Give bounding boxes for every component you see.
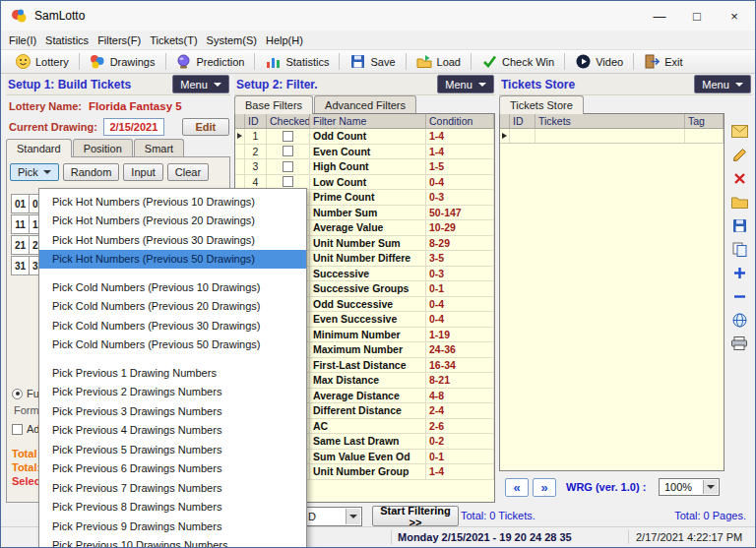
condition-cell[interactable]: 0-4: [426, 175, 494, 190]
condition-cell[interactable]: 2-4: [426, 403, 494, 418]
edit-icon[interactable]: [729, 145, 749, 164]
pick-menu-item[interactable]: Pick Cold Numbers (Previous 30 Drawings): [39, 316, 306, 335]
condition-cell[interactable]: 8-29: [426, 236, 494, 251]
tickets-store-menu-button[interactable]: Menu: [694, 75, 751, 93]
pick-menu-item[interactable]: Pick Previous 9 Drawings Numbers: [39, 517, 306, 536]
next-page-button[interactable]: »: [533, 478, 556, 497]
tab-tickets-store[interactable]: Tickets Store: [499, 95, 584, 114]
add-checkbox[interactable]: [12, 424, 23, 435]
condition-cell[interactable]: 16-34: [426, 358, 494, 373]
condition-cell[interactable]: 8-21: [426, 373, 494, 388]
menubar-item[interactable]: Tickets(T): [150, 32, 206, 48]
tab-position[interactable]: Position: [73, 139, 133, 156]
pick-menu-item[interactable]: Pick Hot Numbers (Previous 30 Drawings): [39, 230, 306, 250]
number-cell[interactable]: 01: [11, 194, 30, 213]
web-icon[interactable]: [729, 310, 749, 330]
input-button[interactable]: Input: [123, 163, 162, 181]
condition-cell[interactable]: 4-8: [426, 389, 494, 403]
menubar-item[interactable]: Statistics: [45, 32, 97, 48]
pick-menu-item[interactable]: Pick Cold Numbers (Previous 10 Drawings): [39, 277, 306, 297]
tab-base-filters[interactable]: Base Filters: [234, 95, 313, 114]
maximize-button[interactable]: □: [678, 1, 716, 30]
setup2-menu-button[interactable]: Menu: [437, 75, 494, 93]
zoom-select[interactable]: 100%: [659, 478, 720, 496]
condition-cell[interactable]: 3-5: [426, 251, 494, 266]
close-button[interactable]: ×: [716, 1, 753, 30]
pick-menu-item[interactable]: Pick Previous 6 Drawings Numbers: [39, 459, 306, 479]
mail-icon[interactable]: [729, 121, 749, 141]
condition-cell[interactable]: 2-6: [426, 419, 494, 434]
delete-icon[interactable]: [729, 168, 749, 188]
table-row[interactable]: 3 High Count 1-5: [235, 159, 494, 175]
filter-checkbox[interactable]: [283, 146, 293, 156]
condition-cell[interactable]: 24-36: [426, 342, 494, 357]
pick-menu-item[interactable]: Pick Previous 3 Drawings Numbers: [39, 401, 306, 421]
condition-cell[interactable]: 1-4: [426, 464, 494, 479]
print-icon[interactable]: [729, 334, 749, 353]
condition-cell[interactable]: 0-1: [426, 281, 494, 296]
pick-menu-item[interactable]: Pick Previous 10 Drawings Numbers: [39, 536, 306, 548]
number-cell[interactable]: 11: [11, 214, 30, 234]
filter-checkbox[interactable]: [283, 176, 293, 187]
clear-button[interactable]: Clear: [167, 163, 209, 181]
setup1-menu-button[interactable]: Menu: [172, 75, 229, 93]
edit-button[interactable]: Edit: [182, 118, 229, 136]
drawings-button[interactable]: Drawings: [82, 51, 163, 72]
menubar-item[interactable]: File(I): [9, 32, 45, 48]
save-button[interactable]: Save: [342, 51, 403, 72]
pick-menu-item[interactable]: Pick Hot Numbers (Previous 10 Drawings): [39, 192, 306, 212]
condition-cell[interactable]: 10-29: [426, 220, 494, 235]
condition-cell[interactable]: 1-4: [426, 145, 494, 159]
pick-menu-item[interactable]: Pick Previous 1 Drawing Numbers: [39, 363, 306, 383]
prev-page-button[interactable]: «: [505, 478, 529, 497]
prediction-button[interactable]: Prediction: [168, 51, 253, 72]
check-win-button[interactable]: Check Win: [473, 51, 562, 72]
table-row[interactable]: 1 Odd Count 1-4: [235, 129, 494, 145]
video-button[interactable]: Video: [567, 51, 631, 72]
open-folder-icon[interactable]: [729, 192, 749, 212]
chevron-down-icon[interactable]: [703, 480, 718, 494]
pick-button[interactable]: Pick: [10, 163, 59, 181]
tickets-empty-row[interactable]: [500, 129, 724, 144]
condition-cell[interactable]: 0-4: [426, 312, 494, 327]
chevron-down-icon[interactable]: [346, 509, 360, 524]
pick-menu-item[interactable]: Pick Previous 2 Drawings Numbers: [39, 383, 306, 402]
lottery-button[interactable]: Lottery: [7, 51, 77, 72]
condition-cell[interactable]: 1-19: [426, 328, 494, 342]
save-icon[interactable]: [729, 215, 749, 235]
filter-checkbox[interactable]: [283, 131, 293, 142]
pick-menu-item[interactable]: Pick Previous 4 Drawings Numbers: [39, 421, 306, 441]
pick-menu-item[interactable]: Pick Hot Numbers (Previous 20 Drawings): [39, 212, 306, 231]
statistics-button[interactable]: Statistics: [257, 51, 337, 72]
table-row[interactable]: 2 Even Count 1-4: [235, 145, 494, 160]
pick-menu-item[interactable]: Pick Hot Numbers (Previous 50 Drawings): [39, 250, 306, 270]
condition-cell[interactable]: 50-147: [426, 206, 494, 220]
condition-cell[interactable]: 0-2: [426, 434, 494, 449]
minimize-button[interactable]: —: [641, 1, 678, 30]
condition-cell[interactable]: 1-4: [426, 129, 494, 144]
formula-radio[interactable]: [12, 389, 23, 399]
filter-mode-select[interactable]: D: [302, 507, 362, 526]
number-cell[interactable]: 31: [11, 256, 30, 275]
tab-smart[interactable]: Smart: [134, 139, 184, 156]
condition-cell[interactable]: 0-3: [426, 190, 494, 205]
random-button[interactable]: Random: [63, 163, 120, 181]
pick-menu-item[interactable]: Pick Previous 8 Drawings Numbers: [39, 498, 306, 518]
current-drawing-date[interactable]: 2/15/2021: [103, 118, 164, 136]
pick-menu-item[interactable]: Pick Cold Numbers (Previous 50 Drawings): [39, 335, 306, 355]
pick-menu-item[interactable]: Pick Previous 7 Drawings Numbers: [39, 478, 306, 498]
filter-checkbox[interactable]: [283, 161, 293, 172]
condition-cell[interactable]: 0-4: [426, 297, 494, 312]
number-cell[interactable]: 21: [11, 235, 30, 255]
pick-menu-item[interactable]: Pick Cold Numbers (Previous 20 Drawings): [39, 297, 306, 317]
tab-standard[interactable]: Standard: [6, 139, 72, 157]
remove-icon[interactable]: [729, 286, 749, 306]
condition-cell[interactable]: 0-1: [426, 450, 494, 464]
copy-icon[interactable]: [729, 239, 749, 259]
tab-advanced-filters[interactable]: Advanced Filters: [314, 95, 416, 113]
start-filtering-button[interactable]: Start Filtering >>: [372, 506, 459, 526]
condition-cell[interactable]: 1-5: [426, 159, 494, 174]
menubar-item[interactable]: System(S): [207, 32, 266, 48]
menubar-item[interactable]: Filters(F): [97, 32, 150, 48]
add-icon[interactable]: [729, 263, 749, 282]
